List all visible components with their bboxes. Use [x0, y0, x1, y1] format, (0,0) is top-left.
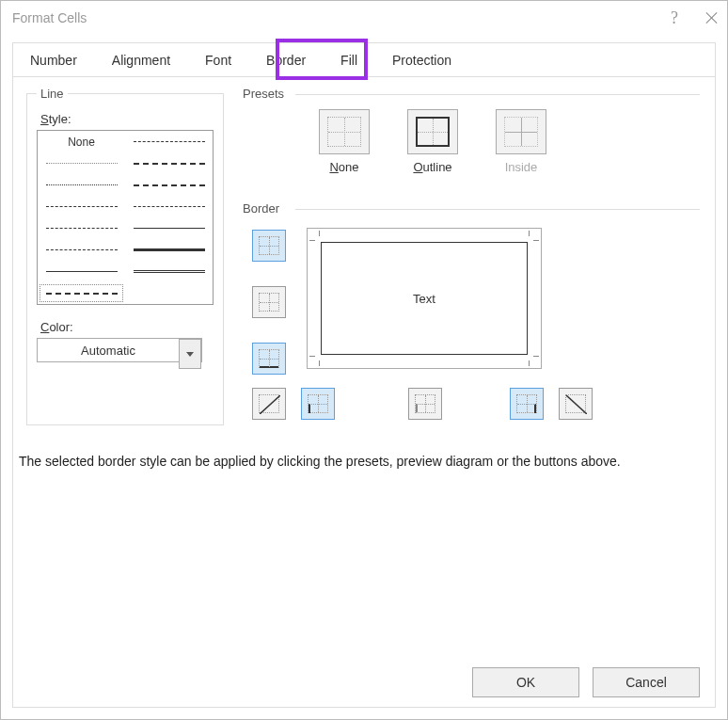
- line-style-r4[interactable]: [125, 196, 213, 217]
- style-label: Style:: [40, 112, 214, 126]
- line-group-label: Line: [37, 87, 68, 101]
- line-style-mediumdashdot[interactable]: [125, 152, 213, 174]
- preset-inside[interactable]: Inside: [491, 109, 551, 174]
- hint-text: The selected border style can be applied…: [19, 454, 705, 469]
- preset-inside-label: Inside: [505, 160, 538, 174]
- preset-none-label: None: [329, 160, 358, 174]
- tick: [529, 360, 530, 366]
- tab-number[interactable]: Number: [13, 43, 95, 76]
- line-style-mediumdashdotdot[interactable]: [38, 282, 125, 304]
- help-icon[interactable]: ?: [671, 11, 678, 24]
- line-style-double[interactable]: [125, 261, 213, 282]
- tab-strip: Number Alignment Font Border Fill Protec…: [13, 43, 715, 77]
- line-style-medium[interactable]: [125, 217, 213, 239]
- line-style-col-left: None: [38, 131, 125, 304]
- svg-line-0: [260, 395, 280, 414]
- tab-border[interactable]: Border: [249, 43, 324, 76]
- format-cells-dialog: Format Cells ? Number Alignment Font Bor…: [0, 0, 728, 720]
- line-style-none[interactable]: None: [38, 131, 125, 152]
- preview-cell: Text: [321, 242, 528, 355]
- line-style-thick[interactable]: [125, 239, 213, 261]
- window-title: Format Cells: [12, 10, 87, 25]
- tab-protection[interactable]: Protection: [375, 43, 469, 76]
- line-style-dashdotdot[interactable]: [38, 196, 125, 217]
- line-style-mediumdashed[interactable]: [125, 174, 213, 196]
- tick: [533, 356, 539, 357]
- tick: [309, 240, 315, 241]
- line-style-slantdashdot[interactable]: [125, 131, 213, 152]
- border-top-button[interactable]: [252, 230, 286, 262]
- chevron-down-icon: [186, 352, 194, 357]
- tab-font[interactable]: Font: [188, 43, 249, 76]
- border-label: Border: [243, 201, 279, 216]
- line-style-thin[interactable]: [38, 261, 125, 282]
- color-dropdown[interactable]: Automatic: [37, 338, 202, 362]
- color-dropdown-button[interactable]: [179, 339, 201, 369]
- diagonal-down-icon: [565, 394, 586, 413]
- preset-inside-icon: [496, 109, 546, 154]
- preview-text: Text: [413, 292, 435, 306]
- border-rule: [295, 209, 700, 210]
- presets-rule: [295, 94, 700, 95]
- svg-line-1: [566, 395, 587, 414]
- line-style-dashed[interactable]: [38, 239, 125, 261]
- titlebar: Format Cells ?: [1, 1, 727, 35]
- preset-outline-icon: [407, 109, 458, 154]
- tick: [319, 360, 320, 366]
- border-diagonal-down-button[interactable]: [559, 388, 593, 420]
- border-horizontal-button[interactable]: [252, 286, 286, 318]
- preset-none-icon: [319, 109, 370, 154]
- color-label: Color:: [40, 320, 214, 334]
- line-style-dotted[interactable]: [38, 174, 125, 196]
- preset-outline-label: Outline: [413, 160, 451, 174]
- color-value: Automatic: [38, 339, 179, 361]
- line-style-hair[interactable]: [38, 152, 125, 174]
- presets-row: None Outline Inside: [314, 109, 551, 174]
- border-right-button[interactable]: [510, 388, 544, 420]
- preset-none[interactable]: None: [314, 109, 374, 174]
- tick: [309, 356, 315, 357]
- border-diagonal-up-button[interactable]: [252, 388, 286, 420]
- close-icon[interactable]: [704, 11, 718, 24]
- titlebar-controls: ?: [671, 11, 718, 24]
- cancel-button[interactable]: Cancel: [593, 667, 700, 697]
- tab-fill[interactable]: Fill: [324, 43, 375, 76]
- line-style-dashdot[interactable]: [38, 217, 125, 239]
- border-left-button[interactable]: [301, 388, 335, 420]
- line-style-empty[interactable]: [125, 282, 213, 304]
- border-vertical-button[interactable]: [408, 388, 442, 420]
- tab-alignment[interactable]: Alignment: [95, 43, 188, 76]
- tick: [319, 231, 320, 236]
- dialog-body: Number Alignment Font Border Fill Protec…: [12, 42, 716, 708]
- line-style-list[interactable]: None: [37, 130, 214, 305]
- presets-label: Presets: [243, 87, 284, 101]
- diagonal-up-icon: [259, 394, 279, 413]
- preset-outline[interactable]: Outline: [403, 109, 463, 174]
- dialog-footer: OK Cancel: [472, 667, 700, 697]
- border-preview[interactable]: Text: [307, 228, 542, 369]
- tab-content-border: Line Style: None: [13, 77, 715, 707]
- border-bottom-button[interactable]: [252, 343, 286, 375]
- color-row: Color: Automatic: [37, 320, 214, 362]
- line-style-col-right: [125, 131, 213, 304]
- tick: [529, 231, 530, 236]
- ok-button[interactable]: OK: [472, 667, 579, 697]
- line-group: Line Style: None: [26, 87, 224, 425]
- tick: [533, 240, 539, 241]
